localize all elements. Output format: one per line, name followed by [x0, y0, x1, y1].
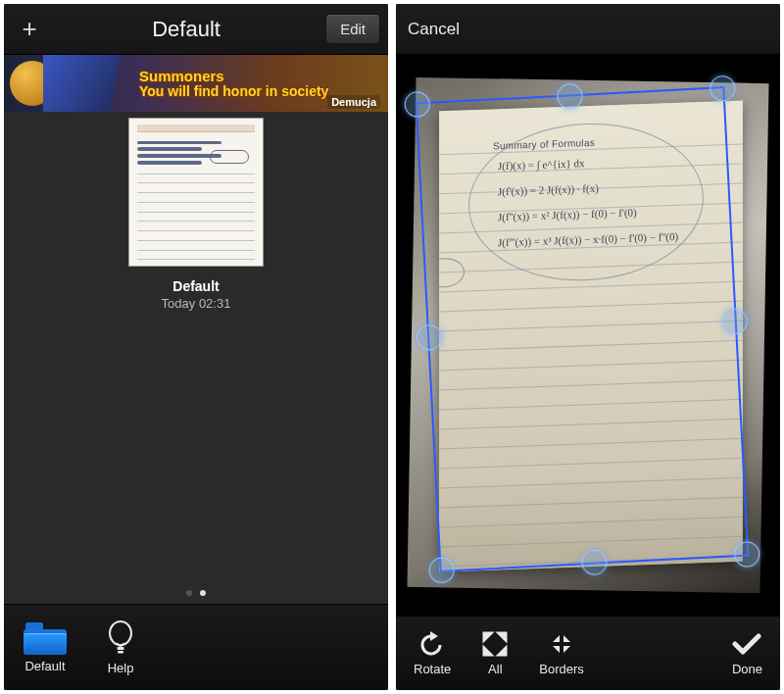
title-bar: Cancel [396, 4, 780, 55]
docs-screen: + Default Edit Summoners You will find h… [4, 4, 388, 690]
screen-title: Default [47, 17, 325, 42]
document-name: Default [172, 278, 219, 294]
scanned-paper: Summary of Formulas J(f)(x) = ∫ e^{ix} d… [439, 100, 743, 571]
svg-marker-8 [553, 635, 560, 642]
all-button[interactable]: All [480, 630, 510, 676]
crop-toolbar: Rotate All Borders [396, 616, 780, 690]
document-time: Today 02:31 [162, 296, 231, 311]
photo-preview: Summary of Formulas J(f)(x) = ∫ e^{ix} d… [407, 77, 768, 593]
svg-marker-11 [564, 646, 570, 653]
svg-marker-4 [484, 633, 491, 640]
help-tab[interactable]: Help [106, 620, 135, 675]
banner-line2: You will find honor in society [139, 84, 328, 99]
borders-label: Borders [539, 662, 584, 676]
banner-brand: Demucja [327, 95, 380, 109]
cancel-button[interactable]: Cancel [408, 20, 460, 39]
svg-marker-7 [499, 648, 506, 655]
borders-button[interactable]: Borders [539, 630, 584, 676]
bottom-tabbar: Default Help [4, 604, 388, 690]
crop-canvas[interactable]: Summary of Formulas J(f)(x) = ∫ e^{ix} d… [396, 55, 780, 616]
edit-button[interactable]: Edit [325, 14, 380, 44]
banner-text: Summoners You will find honor in society [139, 69, 328, 98]
svg-marker-6 [484, 648, 491, 655]
collapse-icon [547, 630, 576, 658]
done-button[interactable]: Done [732, 630, 762, 676]
banner-line1: Summoners [139, 69, 328, 84]
rotate-label: Rotate [414, 662, 451, 676]
bulb-icon [106, 620, 135, 657]
ad-banner[interactable]: Summoners You will find honor in society… [4, 55, 388, 112]
folder-icon [24, 621, 67, 655]
document-thumbnail [128, 118, 264, 267]
svg-marker-5 [499, 633, 506, 640]
expand-icon [480, 630, 510, 658]
title-bar: + Default Edit [4, 4, 388, 55]
content-area: Summoners You will find honor in society… [4, 55, 388, 604]
svg-marker-3 [430, 631, 438, 641]
rotate-button[interactable]: Rotate [414, 630, 451, 676]
rotate-icon [417, 630, 447, 658]
svg-marker-10 [553, 646, 560, 653]
docs-tab-label: Default [24, 659, 65, 673]
svg-rect-2 [118, 651, 123, 654]
done-label: Done [732, 662, 762, 676]
add-button[interactable]: + [12, 12, 47, 47]
help-tab-label: Help [108, 661, 134, 675]
check-icon [732, 630, 761, 658]
all-label: All [488, 662, 502, 676]
banner-art-icon [43, 55, 122, 112]
svg-rect-1 [118, 647, 124, 650]
docs-tab[interactable]: Default [24, 621, 67, 673]
page-dot[interactable] [200, 590, 206, 596]
crop-screen: Cancel Summary of Formulas J(f)(x) = ∫ e… [396, 4, 780, 690]
page-dot[interactable] [186, 590, 192, 596]
svg-marker-9 [564, 635, 570, 642]
svg-point-0 [110, 621, 131, 645]
document-item[interactable]: Default Today 02:31 [128, 118, 264, 311]
page-indicator [186, 576, 206, 604]
